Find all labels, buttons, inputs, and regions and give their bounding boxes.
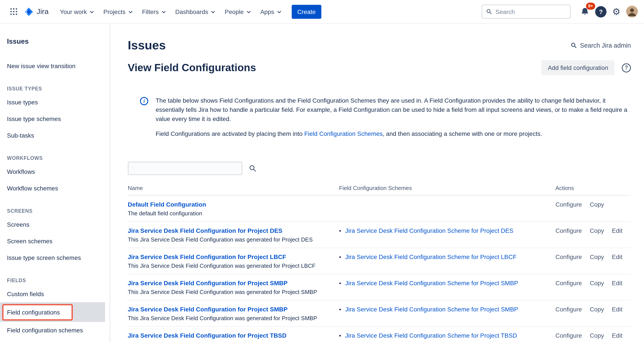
bullet-icon: • (339, 227, 341, 234)
edit-link[interactable]: Edit (612, 253, 622, 260)
column-header-name: Name (128, 181, 339, 196)
scheme-link[interactable]: Jira Service Desk Field Configuration Sc… (345, 253, 516, 260)
sidebar-item-field-configurations[interactable]: Field configurations (0, 302, 105, 322)
field-configuration-name-link[interactable]: Default Field Configuration (128, 201, 206, 208)
nav-item-people[interactable]: People (220, 5, 255, 19)
nav-item-label: People (225, 8, 244, 15)
main-content: Issues Search Jira admin View Field Conf… (110, 24, 644, 342)
sidebar-item-screens[interactable]: Screens (0, 216, 110, 233)
page-title: Issues (128, 39, 166, 52)
edit-link[interactable]: Edit (612, 332, 622, 339)
app-switcher-icon[interactable] (7, 5, 20, 18)
add-field-configuration-button[interactable]: Add field configuration (542, 60, 614, 75)
nav-item-your-work[interactable]: Your work (56, 5, 98, 19)
search-jira-admin-link[interactable]: Search Jira admin (571, 42, 631, 49)
chevron-down-icon (90, 10, 94, 14)
table-header-row: Name Field Configuration Schemes Actions (128, 181, 631, 196)
scheme-link[interactable]: Jira Service Desk Field Configuration Sc… (345, 227, 514, 234)
jira-wordmark: Jira (37, 7, 48, 16)
sidebar-item-sub-tasks[interactable]: Sub-tasks (0, 127, 110, 144)
sidebar-item-new-issue-view-transition[interactable]: New issue view transition (0, 58, 110, 74)
nav-item-dashboards[interactable]: Dashboards (171, 5, 220, 19)
top-navigation: Jira Your work Projects Filters Dashboar… (0, 0, 644, 24)
copy-link[interactable]: Copy (590, 280, 604, 286)
scheme-entry: • Jira Service Desk Field Configuration … (339, 332, 555, 339)
column-header-schemes: Field Configuration Schemes (339, 181, 555, 196)
configure-link[interactable]: Configure (556, 332, 582, 339)
field-configuration-name-link[interactable]: Jira Service Desk Field Configuration fo… (128, 253, 286, 260)
configure-link[interactable]: Configure (556, 306, 582, 313)
bullet-icon: • (339, 253, 341, 260)
edit-link[interactable]: Edit (612, 306, 622, 313)
copy-link[interactable]: Copy (590, 253, 604, 260)
filter-input[interactable] (128, 161, 242, 175)
table-row: Jira Service Desk Field Configuration fo… (128, 274, 631, 300)
field-configuration-name-link[interactable]: Jira Service Desk Field Configuration fo… (128, 227, 282, 234)
jira-logo[interactable]: Jira (24, 7, 48, 16)
field-configuration-name-link[interactable]: Jira Service Desk Field Configuration fo… (128, 306, 288, 313)
search-icon (486, 8, 492, 15)
configure-link[interactable]: Configure (556, 227, 582, 234)
global-search-input[interactable] (496, 8, 566, 15)
scheme-entry: • Jira Service Desk Field Configuration … (339, 306, 555, 313)
gear-icon: ⚙ (612, 7, 620, 16)
create-button[interactable]: Create (292, 5, 321, 19)
field-configuration-name-link[interactable]: Jira Service Desk Field Configuration fo… (128, 280, 288, 286)
nav-item-apps[interactable]: Apps (256, 5, 286, 19)
configure-link[interactable]: Configure (556, 253, 582, 260)
sidebar-item-screen-schemes[interactable]: Screen schemes (0, 233, 110, 249)
info-icon: i (140, 97, 148, 105)
table-row: Default Field Configuration The default … (128, 196, 631, 222)
sidebar-item-issue-type-schemes[interactable]: Issue type schemes (0, 110, 110, 127)
configure-link[interactable]: Configure (556, 201, 582, 208)
question-mark-icon: ? (599, 8, 603, 15)
notifications-button[interactable]: 9+ (578, 4, 592, 19)
table-row: Jira Service Desk Field Configuration fo… (128, 222, 631, 248)
sidebar-item-custom-fields[interactable]: Custom fields (0, 286, 110, 302)
copy-link[interactable]: Copy (590, 332, 604, 339)
selection-highlight-box: Field configurations (2, 304, 73, 320)
filter-search-button[interactable] (248, 164, 257, 173)
bullet-icon: • (339, 306, 341, 313)
nav-item-filters[interactable]: Filters (138, 5, 170, 19)
scheme-entry: • Jira Service Desk Field Configuration … (339, 227, 555, 234)
nav-item-label: Your work (60, 8, 87, 15)
chevron-down-icon (277, 10, 281, 14)
user-avatar[interactable] (626, 6, 638, 18)
sidebar-item-workflows[interactable]: Workflows (0, 163, 110, 180)
table-row: Jira Service Desk Field Configuration fo… (128, 326, 631, 342)
nav-item-projects[interactable]: Projects (99, 5, 137, 19)
sidebar-item-field-configuration-schemes[interactable]: Field configuration schemes (0, 322, 110, 338)
nav-item-label: Projects (103, 8, 125, 15)
field-configuration-description: The default field configuration (128, 210, 339, 217)
scheme-link[interactable]: Jira Service Desk Field Configuration Sc… (345, 332, 517, 339)
sidebar-title: Issues (0, 38, 110, 45)
help-button[interactable]: ? (595, 6, 606, 17)
edit-link[interactable]: Edit (612, 227, 622, 234)
field-configuration-description: This Jira Service Desk Field Configurati… (128, 341, 339, 342)
jira-admin-page: Jira Your work Projects Filters Dashboar… (0, 0, 644, 342)
sidebar-item-issue-type-screen-schemes[interactable]: Issue type screen schemes (0, 249, 110, 266)
field-configuration-schemes-link[interactable]: Field Configuration Schemes (304, 130, 383, 137)
scheme-link[interactable]: Jira Service Desk Field Configuration Sc… (345, 280, 518, 286)
info-paragraph-2: Field Configurations are activated by pl… (156, 129, 631, 138)
scheme-link[interactable]: Jira Service Desk Field Configuration Sc… (345, 306, 518, 313)
nav-item-label: Dashboards (175, 8, 208, 15)
global-search[interactable] (481, 4, 571, 19)
admin-sidebar: Issues New issue view transition ISSUE T… (0, 24, 110, 342)
copy-link[interactable]: Copy (590, 201, 604, 208)
field-configuration-name-link[interactable]: Jira Service Desk Field Configuration fo… (128, 332, 286, 339)
configure-link[interactable]: Configure (556, 280, 582, 286)
nav-item-label: Apps (260, 8, 274, 15)
sidebar-item-issue-types[interactable]: Issue types (0, 94, 110, 110)
jira-logo-icon (24, 7, 34, 16)
page-help-icon[interactable]: ? (622, 63, 631, 72)
notification-badge: 9+ (586, 3, 596, 10)
copy-link[interactable]: Copy (590, 306, 604, 313)
edit-link[interactable]: Edit (612, 280, 622, 286)
grid-icon (10, 8, 18, 16)
sidebar-heading-fields: FIELDS (0, 278, 110, 283)
sidebar-item-workflow-schemes[interactable]: Workflow schemes (0, 180, 110, 197)
copy-link[interactable]: Copy (590, 227, 604, 234)
settings-button[interactable]: ⚙ (610, 4, 623, 19)
